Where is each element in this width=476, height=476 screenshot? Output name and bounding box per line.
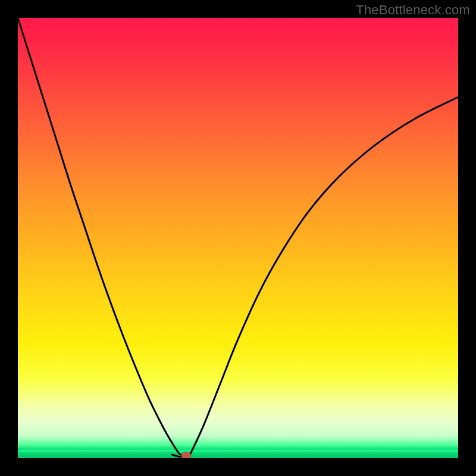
chart-frame: TheBottleneck.com	[0, 0, 476, 476]
plot-area	[18, 18, 458, 458]
curve-right-branch	[190, 97, 458, 455]
minimum-marker	[181, 452, 191, 458]
curve-left-branch	[18, 18, 181, 455]
watermark-text: TheBottleneck.com	[356, 2, 470, 18]
bottleneck-curve	[18, 18, 458, 458]
